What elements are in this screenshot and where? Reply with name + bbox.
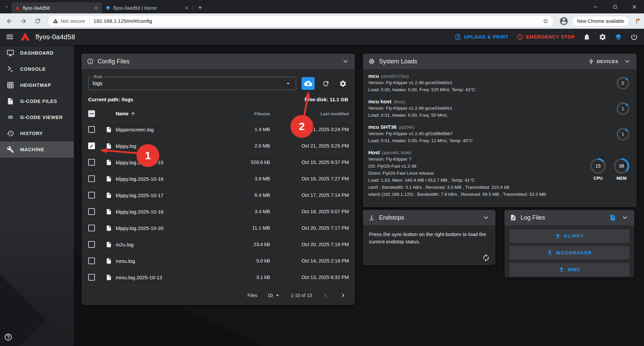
row-checkbox[interactable]	[88, 142, 95, 149]
chevron-down-icon[interactable]	[4, 4, 9, 9]
back-button[interactable]	[3, 15, 15, 27]
emergency-stop-button[interactable]: EMERGENCY STOP	[517, 34, 575, 40]
row-checkbox[interactable]	[88, 175, 95, 182]
minimize-button[interactable]	[586, 0, 605, 13]
previous-page-icon[interactable]	[322, 292, 329, 299]
sidebar-item-machine[interactable]: MACHINE	[0, 141, 74, 158]
file-size: 3.1 kB	[230, 275, 270, 280]
collapse-chevron-icon[interactable]	[621, 214, 629, 222]
next-page-icon[interactable]	[339, 292, 347, 299]
row-checkbox[interactable]	[88, 225, 95, 231]
table-row[interactable]: klippy.log.2025-10-17 6.4 MB Oct 17, 202…	[82, 187, 355, 204]
sidebar-item-label: HISTORY	[20, 131, 43, 136]
browser-tab-home[interactable]: flyos-0a4d58 | Home	[102, 2, 193, 13]
url-text[interactable]: 192.168.1.125/m/#/config	[94, 18, 152, 24]
terminal-icon	[6, 65, 15, 73]
mcu-stats: Load: 0.01, Awake: 0.00, Freq: 12 MHz, T…	[368, 137, 616, 144]
row-checkbox[interactable]	[88, 159, 95, 166]
file-icon	[102, 192, 116, 198]
host-line: OS: FlyOS-Fast v1.2.48	[368, 163, 590, 170]
wrench-icon	[6, 146, 15, 153]
menu-icon[interactable]	[5, 33, 14, 41]
file-icon	[102, 225, 116, 231]
collapse-chevron-icon[interactable]	[482, 214, 490, 222]
sidebar-item-history[interactable]: HISTORY	[0, 125, 74, 141]
sync-endstops-button[interactable]	[482, 254, 490, 262]
per-page-select[interactable]: 10	[267, 292, 281, 299]
file-name: mmu.log.2025-10-13	[116, 275, 230, 280]
download-klippy-log-button[interactable]: KLIPPY	[509, 229, 630, 243]
mcu-name: mcu host	[368, 99, 391, 104]
file-sync-icon[interactable]	[609, 214, 616, 221]
profile-avatar-icon[interactable]	[559, 16, 569, 26]
new-tab-button[interactable]	[197, 4, 203, 11]
file-name: klippy.log.2025-10-15	[116, 160, 230, 165]
mcu-load-badge: 1	[616, 128, 629, 140]
download-mmu-log-button[interactable]: MMU	[509, 263, 630, 276]
close-icon[interactable]	[94, 5, 99, 10]
select-all-checkbox[interactable]	[88, 110, 95, 117]
sidebar-item-console[interactable]: CONSOLE	[0, 61, 74, 77]
sidebar-item-label: G-CODE FILES	[20, 99, 57, 104]
table-row[interactable]: m2u.log 23.4 kB Oct 20, 2025 7:16 PM	[82, 236, 355, 253]
browser-menu-icon[interactable]	[633, 18, 640, 24]
root-select[interactable]: Root logs	[88, 77, 296, 90]
bookmark-star-icon[interactable]	[542, 18, 549, 24]
sidebar-item-dashboard[interactable]: DASHBOARD	[0, 45, 74, 61]
table-row[interactable]: klippy.log.2025-10-15 528.6 kB Oct 15, 2…	[82, 154, 355, 171]
upload-print-button[interactable]: UPLOAD & PRINT	[454, 34, 508, 40]
notifications-bell-icon[interactable]	[583, 33, 591, 41]
sidebar-item-gcode-files[interactable]: G-CODE FILES	[0, 93, 74, 109]
table-row[interactable]: mmu.log.2025-10-13 3.1 kB Oct 13, 2025 6…	[82, 269, 355, 286]
table-row[interactable]: klippy.log.2025-10-18 3.4 MB Oct 18, 202…	[82, 204, 355, 220]
table-row[interactable]: klippy.log.2025-10-16 3.9 MB Oct 16, 202…	[82, 171, 355, 187]
sidebar-item-label: CONSOLE	[20, 66, 46, 72]
browser-tab-flyos[interactable]: flyos-0a4d58	[11, 2, 102, 13]
collapse-chevron-icon[interactable]	[623, 57, 631, 65]
not-secure-warning-icon[interactable]	[53, 18, 58, 24]
sidebar-item-heightmap[interactable]: HEIGHTMAP	[0, 77, 74, 93]
row-checkbox[interactable]	[88, 192, 95, 198]
forward-button[interactable]	[17, 15, 30, 27]
row-checkbox[interactable]	[88, 257, 95, 264]
row-checkbox[interactable]	[88, 274, 95, 281]
file-name: klippy.log.2025-10-20	[116, 225, 230, 231]
mcu-load-entry: mcu host(linux) Version: Fly-Klipper v1.…	[368, 99, 629, 119]
devices-button[interactable]: DEVICES	[588, 59, 619, 64]
settings-gear-icon[interactable]	[599, 33, 606, 41]
download-moonraker-log-button[interactable]: MOONRAKER	[509, 246, 630, 260]
table-row[interactable]: klippy.log 2.0 MB Oct 21, 2025 3:25 PM	[82, 138, 355, 154]
close-window-button[interactable]	[625, 0, 644, 13]
row-checkbox[interactable]	[88, 241, 95, 248]
file-settings-button[interactable]	[337, 77, 349, 90]
info-icon[interactable]	[87, 58, 94, 65]
row-checkbox[interactable]	[88, 208, 95, 215]
security-label: Not secure	[61, 18, 85, 24]
file-size: 5.0 kB	[230, 258, 270, 264]
sidebar: DASHBOARD CONSOLE HEIGHTMAP G-CODE FILES…	[0, 45, 74, 346]
chrome-update-chip[interactable]: New Chrome available	[572, 16, 629, 26]
table-row[interactable]: klipperscreen.log 1.4 MB Oct 21, 2025 3:…	[82, 121, 355, 138]
table-row[interactable]: mmu.log 5.0 kB Oct 14, 2025 2:16 PM	[82, 253, 355, 269]
reload-button[interactable]	[32, 15, 44, 27]
maximize-button[interactable]	[605, 0, 625, 13]
file-icon	[102, 143, 116, 149]
row-checkbox[interactable]	[88, 126, 95, 133]
refresh-files-button[interactable]	[320, 77, 332, 90]
path-row: Current path: /logs Free disk: 11.1 GB	[82, 95, 355, 106]
grid-icon	[6, 81, 15, 89]
power-icon[interactable]	[630, 33, 638, 41]
close-icon[interactable]	[184, 5, 189, 10]
table-row[interactable]: klippy.log.2025-10-20 11.1 MB Oct 20, 20…	[82, 220, 355, 236]
address-bar[interactable]: Not secure 192.168.1.125/m/#/config	[48, 15, 554, 27]
column-last-modified[interactable]: Last modified	[270, 111, 349, 116]
collapse-chevron-icon[interactable]	[341, 57, 350, 65]
history-icon	[6, 130, 15, 137]
column-name[interactable]: Name	[116, 111, 230, 116]
download-selected-button[interactable]	[302, 77, 315, 90]
file-modified: Oct 15, 2025 9:37 PM	[270, 160, 349, 165]
theme-layers-icon[interactable]	[614, 33, 622, 41]
sidebar-item-gcode-viewer[interactable]: 3D G-CODE VIEWER	[0, 109, 74, 125]
column-filesize[interactable]: Filesize	[230, 111, 270, 116]
help-icon[interactable]	[4, 333, 12, 341]
